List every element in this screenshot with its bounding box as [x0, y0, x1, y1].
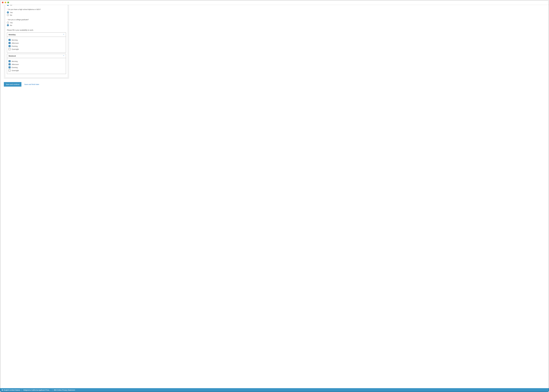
footer-link-privacy-ibm[interactable]: IBM Online Privacy Statement: [52, 389, 77, 391]
checkbox-icon: [8, 70, 11, 71]
checkbox-label: Morning: [12, 60, 18, 62]
window-titlebar: [0, 0, 549, 5]
question: * Are you a college graduate?YesNo: [7, 19, 66, 26]
checkbox-label: Evening: [12, 45, 18, 47]
window-minimize-icon[interactable]: [5, 2, 6, 3]
radio-icon: [7, 11, 9, 13]
accordion-body: MorningAfternoonEveningOvernight: [7, 37, 66, 53]
availability-section: Weekday⌃MorningAfternoonEveningOvernight: [7, 33, 66, 53]
checkbox-label: Morning: [12, 39, 18, 41]
checkbox-icon: [8, 60, 11, 62]
question: * Do you have a high school diploma or G…: [7, 8, 66, 16]
radio-label: No: [10, 14, 12, 16]
footer-link-privacy-walgreens[interactable]: Walgreens California Applicant Priva…: [22, 389, 52, 391]
radio-label: Yes: [10, 12, 13, 13]
checkbox-icon: [8, 39, 11, 41]
radio-icon: [7, 14, 9, 16]
checkbox-icon: [8, 66, 11, 68]
required-asterisk: *: [7, 19, 7, 21]
question-text: Are you a college graduate?: [8, 19, 29, 21]
form-actions: Save and continue Save and finish later: [4, 82, 549, 87]
checkbox-label: Overnight: [12, 70, 19, 71]
radio-label: No: [10, 24, 12, 26]
availability-section: Weekend⌃MorningAfternoonEveningOvernight: [7, 54, 66, 74]
checkbox-label: Overnight: [12, 48, 19, 50]
accordion-title: Weekend: [8, 55, 16, 57]
save-continue-button[interactable]: Save and continue: [4, 82, 21, 87]
window-zoom-icon[interactable]: [7, 2, 9, 3]
radio-label: No: [10, 5, 12, 6]
checkbox-option[interactable]: Overnight: [8, 48, 64, 50]
question-label: * Are you a college graduate?: [7, 19, 66, 21]
page-scroll-area[interactable]: No * Do you have a high school diploma o…: [0, 5, 549, 388]
checkbox-icon: [8, 45, 11, 47]
checkbox-option[interactable]: Overnight: [8, 70, 64, 71]
checkbox-option[interactable]: Evening: [8, 45, 64, 47]
radio-option[interactable]: No: [7, 14, 66, 16]
radio-icon: [7, 5, 9, 6]
required-asterisk: *: [7, 8, 7, 10]
checkbox-icon: [8, 42, 11, 44]
checkbox-option[interactable]: Morning: [8, 60, 64, 62]
checkbox-icon: [8, 63, 11, 65]
radio-option[interactable]: No: [7, 24, 66, 26]
accordion-header[interactable]: Weekday⌃: [7, 33, 66, 37]
language-selector[interactable]: English (United States): [1, 389, 22, 391]
availability-instruction: Please fill in your availability to work…: [7, 29, 66, 31]
form-panel: No * Do you have a high school diploma o…: [4, 5, 69, 79]
radio-icon: [7, 24, 9, 26]
chevron-up-icon: ⌃: [63, 55, 64, 57]
question-label: * Do you have a high school diploma or G…: [7, 8, 66, 10]
window-close-icon[interactable]: [2, 2, 4, 3]
checkbox-option[interactable]: Morning: [8, 39, 64, 41]
accordion-title: Weekday: [8, 34, 16, 35]
checkbox-label: Evening: [12, 67, 18, 68]
save-finish-later-link[interactable]: Save and finish later: [24, 84, 39, 85]
checkbox-option[interactable]: Afternoon: [8, 42, 64, 44]
footer-bar: English (United States) Walgreens Califo…: [0, 388, 549, 392]
checkbox-option[interactable]: Evening: [8, 66, 64, 68]
checkbox-icon: [8, 48, 11, 50]
accordion-header[interactable]: Weekend⌃: [7, 54, 66, 58]
question-text: Do you have a high school diploma or GED…: [8, 8, 41, 10]
radio-option[interactable]: Yes: [7, 11, 66, 13]
language-label: English (United States): [4, 389, 20, 391]
accordion-body: MorningAfternoonEveningOvernight: [7, 58, 66, 74]
chevron-up-icon: ⌃: [63, 34, 64, 35]
checkbox-option[interactable]: Afternoon: [8, 63, 64, 65]
radio-icon: [7, 22, 9, 24]
checkbox-label: Afternoon: [12, 42, 19, 44]
checkbox-label: Afternoon: [12, 63, 19, 65]
radio-label: Yes: [10, 22, 13, 24]
globe-icon: [2, 389, 3, 391]
radio-option[interactable]: Yes: [7, 22, 66, 24]
